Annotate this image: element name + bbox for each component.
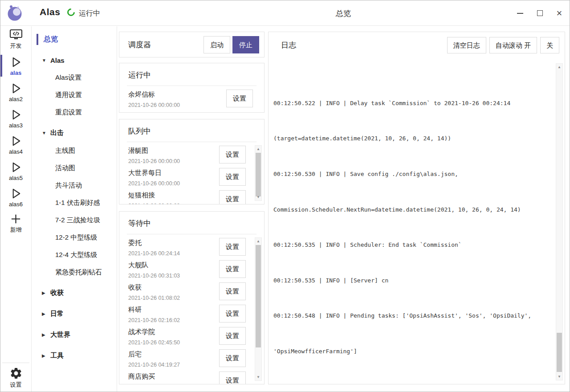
scroll-up-icon[interactable]: ▲: [255, 146, 261, 152]
task-row: 大世界每日 2021-10-26 00:00:00 设置: [119, 166, 252, 188]
caret-right-icon: ▶: [42, 332, 46, 337]
menu-group-header-daily[interactable]: ▶ 日常: [32, 305, 117, 323]
menu-group-header-sortie[interactable]: ▼ 出击: [32, 124, 117, 142]
task-setting-button[interactable]: 设置: [219, 168, 246, 186]
autoscroll-off-button[interactable]: 关: [540, 37, 559, 53]
scroll-thumb[interactable]: [256, 153, 261, 196]
scheduler-card: 调度器 启动 停止: [119, 32, 265, 57]
maximize-icon: [537, 10, 543, 16]
log-card: 日志 清空日志 自动滚动 开 关 00:12:50.522 | INFO | D…: [268, 32, 565, 384]
queue-title: 队列中: [119, 119, 264, 141]
log-line: Commission.Scheduler.NextRun=datetime.da…: [273, 205, 553, 214]
play-icon: [9, 108, 22, 121]
task-row: 短猫相接 2021-10-26 00:00:00 设置: [119, 188, 252, 204]
task-setting-button[interactable]: 设置: [219, 260, 246, 278]
minimize-icon: [517, 13, 523, 14]
plus-icon: [10, 213, 22, 225]
queue-list: 潜艇图 2021-10-26 00:00:00 设置 大世界每日 2021-10…: [119, 143, 252, 204]
task-row: 余烬信标 2021-10-26 00:00:00 设置: [119, 87, 264, 110]
rail-item-dev[interactable]: 开发: [0, 26, 31, 53]
menu-item-raid[interactable]: 共斗活动: [32, 177, 117, 194]
scrollbar[interactable]: ▲ ▼: [255, 145, 262, 201]
stop-button[interactable]: 停止: [232, 36, 259, 53]
rail-item-label: alas: [10, 69, 21, 76]
rail-item-alas5[interactable]: alas5: [0, 158, 31, 184]
menu-group-header-tools[interactable]: ▶ 工具: [32, 347, 117, 365]
menu-item-overview[interactable]: 总览: [32, 33, 117, 46]
log-header: 日志 清空日志 自动滚动 开 关: [269, 32, 565, 53]
scroll-down-icon[interactable]: ▼: [556, 374, 562, 380]
menu-item-1-1[interactable]: 1-1 伏击刷好感: [32, 194, 117, 212]
task-setting-button[interactable]: 设置: [219, 146, 246, 163]
autoscroll-on-button[interactable]: 自动滚动 开: [489, 37, 537, 53]
rail-item-label: 开发: [10, 42, 22, 50]
menu-group-label: 大世界: [50, 331, 70, 339]
rail-item-settings[interactable]: 设置: [2, 363, 29, 389]
menu-item-main-chapter[interactable]: 主线图: [32, 142, 117, 159]
task-row: 战术学院 2021-10-26 02:45:50 设置: [119, 325, 252, 347]
window-controls: ×: [516, 0, 563, 26]
menu-item-12-2[interactable]: 12-2 中型练级: [32, 229, 117, 246]
task-setting-button[interactable]: 设置: [219, 238, 246, 256]
gear-icon: [9, 367, 23, 380]
task-setting-button[interactable]: 设置: [226, 90, 253, 107]
rail-item-label: alas4: [9, 148, 23, 155]
scrollbar[interactable]: ▲ ▼: [556, 63, 563, 380]
menu-item-general-settings[interactable]: 通用设置: [32, 86, 117, 104]
scroll-thumb[interactable]: [256, 245, 261, 347]
play-icon: [9, 161, 22, 174]
scroll-up-icon[interactable]: ▲: [556, 64, 562, 70]
log-output[interactable]: 00:12:50.522 | INFO | Delay task `Commis…: [273, 63, 553, 380]
rail-item-label: alas6: [9, 201, 23, 208]
menu-group-daily: ▶ 日常: [32, 305, 117, 323]
task-row: 科研 2021-10-26 02:16:02 设置: [119, 302, 252, 325]
task-setting-button[interactable]: 设置: [219, 327, 246, 345]
close-button[interactable]: ×: [555, 9, 563, 17]
rail-item-alas3[interactable]: alas3: [0, 105, 31, 131]
menu-item-urgent-commission[interactable]: 紧急委托刷钻石: [32, 264, 117, 281]
scroll-down-icon[interactable]: ▼: [255, 374, 261, 380]
rail-item-alas4[interactable]: alas4: [0, 131, 31, 158]
rail-item-alas2[interactable]: alas2: [0, 79, 31, 105]
rail-item-label: alas3: [9, 122, 23, 129]
menu-group-header-reward[interactable]: ▶ 收获: [32, 284, 117, 302]
app-name: Alas: [40, 7, 60, 17]
menu-group-label: 出击: [50, 129, 64, 137]
minimize-button[interactable]: [516, 9, 524, 17]
play-icon: [9, 82, 22, 95]
rail-item-add[interactable]: 新增: [0, 210, 31, 237]
menu-item-restart-settings[interactable]: 重启设置: [32, 104, 117, 121]
running-title: 运行中: [119, 63, 264, 85]
titlebar: Alas 运行中 总览 ×: [0, 0, 570, 26]
divider: [127, 142, 256, 142]
running-spinner-icon: [65, 7, 76, 17]
scroll-up-icon[interactable]: ▲: [255, 238, 261, 244]
code-monitor-icon: [9, 29, 23, 41]
rail-item-alas6[interactable]: alas6: [0, 184, 31, 210]
clear-log-button[interactable]: 清空日志: [447, 37, 486, 53]
running-card: 运行中 余烬信标 2021-10-26 00:00:00 设置: [119, 63, 265, 113]
task-setting-button[interactable]: 设置: [219, 372, 246, 384]
task-setting-button[interactable]: 设置: [219, 282, 246, 300]
menu-item-alas-settings[interactable]: Alas设置: [32, 69, 117, 86]
rail-item-alas[interactable]: alas: [0, 53, 31, 79]
menu-item-7-2[interactable]: 7-2 三战捡垃圾: [32, 212, 117, 229]
maximize-button[interactable]: [536, 9, 544, 17]
menu-item-12-4[interactable]: 12-4 大型练级: [32, 246, 117, 264]
log-line: 00:12:50.535 | INFO | Scheduler: End tas…: [273, 241, 553, 249]
task-setting-button[interactable]: 设置: [219, 190, 246, 204]
scroll-down-icon[interactable]: ▼: [255, 194, 261, 200]
play-icon: [9, 135, 22, 147]
divider: [127, 234, 256, 234]
scroll-thumb[interactable]: [557, 333, 562, 372]
log-line: (target=datetime.datetime(2021, 10, 26, …: [273, 134, 553, 143]
log-line: 'OpsiMeowfficerFarming']: [273, 347, 553, 356]
task-setting-button[interactable]: 设置: [219, 349, 246, 367]
log-title: 日志: [281, 40, 444, 50]
menu-item-event-chapter[interactable]: 活动图: [32, 159, 117, 177]
start-button[interactable]: 启动: [204, 36, 230, 53]
menu-group-header-alas[interactable]: ▼ Alas: [32, 52, 117, 69]
menu-group-header-opsi[interactable]: ▶ 大世界: [32, 326, 117, 344]
scrollbar[interactable]: ▲ ▼: [255, 237, 262, 381]
task-setting-button[interactable]: 设置: [219, 305, 246, 323]
